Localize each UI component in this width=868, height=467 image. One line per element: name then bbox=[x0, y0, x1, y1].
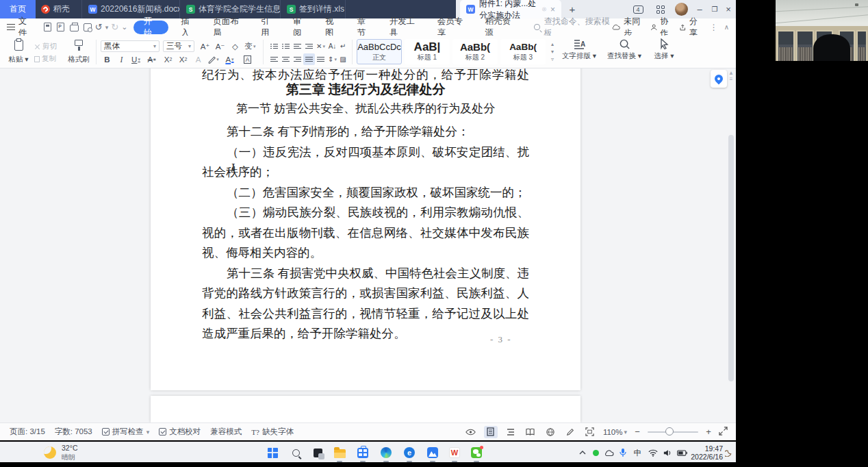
compat-mode-label[interactable]: 兼容模式 bbox=[210, 427, 242, 437]
zoom-out-button[interactable]: − bbox=[633, 427, 641, 437]
tray-cloud-icon[interactable] bbox=[602, 444, 616, 461]
font-size-combo[interactable]: 三号▾ bbox=[163, 40, 194, 52]
close-button[interactable]: × bbox=[722, 3, 735, 16]
ime-indicator[interactable]: 中 bbox=[631, 444, 643, 461]
numbered-list-button[interactable] bbox=[280, 40, 292, 52]
char-shading-button[interactable]: A bbox=[241, 53, 254, 65]
document-page-next[interactable] bbox=[151, 396, 580, 422]
paste-button[interactable]: 粘贴 ▾ bbox=[5, 38, 31, 66]
zoom-slider[interactable] bbox=[648, 431, 698, 433]
ink-pen-button[interactable] bbox=[563, 426, 577, 438]
align-center-button[interactable] bbox=[280, 53, 292, 65]
scrollbar-up-icon[interactable]: ▲≡ bbox=[728, 70, 734, 82]
sort-icon[interactable]: A↓ bbox=[327, 40, 338, 52]
undo-dropdown-icon[interactable]: ▾ bbox=[103, 24, 111, 31]
doc-proofing-button[interactable]: 文档校对 bbox=[159, 427, 201, 437]
superscript-button[interactable]: X2 bbox=[162, 53, 175, 65]
menu-home[interactable]: 开始 bbox=[133, 21, 168, 34]
weather-widget[interactable]: 32°C 晴朗 bbox=[44, 444, 77, 462]
styles-down-icon[interactable]: ▾ bbox=[551, 49, 554, 55]
distribute-button[interactable] bbox=[315, 53, 327, 65]
style-heading3[interactable]: AaBb( 标题 3 bbox=[500, 39, 546, 64]
menu-member[interactable]: 会员专享 bbox=[429, 18, 477, 36]
save-button[interactable] bbox=[42, 21, 53, 33]
taskbar-search-button[interactable] bbox=[288, 444, 304, 461]
align-right-button[interactable] bbox=[292, 53, 303, 65]
tray-wechat-status-icon[interactable] bbox=[590, 444, 601, 461]
more-options-icon[interactable]: ⋮ bbox=[709, 23, 719, 32]
menu-page-layout[interactable]: 页面布局 bbox=[205, 18, 253, 36]
store-app-button[interactable] bbox=[355, 444, 371, 461]
tray-microphone-icon[interactable] bbox=[617, 444, 629, 461]
justify-button[interactable] bbox=[303, 53, 315, 65]
document-canvas[interactable]: 纪行为、按本办法应给予任何一种处分的，给予开除学籍处分。 第三章 违纪行为及纪律… bbox=[0, 68, 736, 422]
avatar[interactable] bbox=[675, 3, 688, 16]
font-color-button[interactable]: A▾ bbox=[223, 53, 236, 65]
docs-app-button[interactable] bbox=[424, 444, 441, 461]
spell-check-toggle[interactable]: 拼写检查 ▾ bbox=[102, 427, 150, 437]
phonetic-guide-icon[interactable]: 变▾ bbox=[244, 40, 257, 52]
undo-button[interactable]: ↺ bbox=[94, 22, 103, 32]
menu-dev-tools[interactable]: 开发工具 bbox=[381, 18, 429, 36]
text-layout-tool[interactable]: A 文字排版 ▾ bbox=[559, 38, 600, 61]
style-heading2[interactable]: AaBb( 标题 2 bbox=[452, 39, 498, 64]
read-mode-button[interactable] bbox=[524, 426, 537, 438]
font-name-combo[interactable]: 黑体▾ bbox=[101, 40, 159, 52]
underline-button[interactable]: U▾ bbox=[129, 53, 142, 65]
find-replace-tool[interactable]: 查找替换 ▾ bbox=[604, 38, 645, 61]
paragraph-mark-icon[interactable]: ↵ bbox=[338, 40, 348, 52]
volume-icon[interactable] bbox=[661, 444, 674, 461]
restore-button[interactable]: ❐ bbox=[708, 3, 722, 16]
tab-list-button[interactable]: 4 bbox=[631, 3, 645, 16]
fullscreen-icon[interactable] bbox=[719, 427, 728, 437]
app-grid-button[interactable] bbox=[654, 3, 667, 16]
page-view-button[interactable] bbox=[484, 426, 498, 438]
battery-icon[interactable] bbox=[675, 444, 689, 461]
word-count[interactable]: 字数: 7053 bbox=[55, 427, 92, 437]
style-heading1[interactable]: AaB| 标题 1 bbox=[405, 39, 450, 64]
menu-review[interactable]: 审阅 bbox=[285, 18, 317, 36]
subscript-button[interactable]: X2 bbox=[177, 53, 190, 65]
asian-layout-icon[interactable]: ✕▾ bbox=[315, 40, 327, 52]
highlight-color-button[interactable]: ▾ bbox=[207, 53, 220, 65]
style-normal[interactable]: AaBbCcDc 正文 bbox=[357, 39, 402, 64]
edge-browser-button[interactable] bbox=[378, 444, 394, 461]
location-pin-card[interactable] bbox=[711, 70, 727, 88]
wechat-button[interactable] bbox=[468, 444, 485, 461]
ribbon-collapse-icon[interactable]: ⌄ bbox=[119, 23, 129, 31]
decrease-indent-button[interactable] bbox=[292, 40, 303, 52]
document-page[interactable]: 纪行为、按本办法应给予任何一种处分的，给予开除学籍处分。 第三章 违纪行为及纪律… bbox=[151, 68, 580, 390]
select-tool[interactable]: 选择 ▾ bbox=[649, 38, 679, 61]
styles-more-icon[interactable]: ▿ bbox=[551, 56, 554, 62]
tab-daoke[interactable]: 稻壳 bbox=[36, 0, 82, 18]
clear-format-icon[interactable]: ◇ bbox=[229, 40, 242, 52]
file-explorer-button[interactable] bbox=[331, 444, 348, 461]
collapse-ribbon-icon[interactable]: ∧ bbox=[724, 23, 729, 31]
start-button[interactable] bbox=[264, 444, 281, 461]
task-view-button[interactable] bbox=[309, 444, 326, 461]
tab-doc-news[interactable]: W 20220616新闻稿.docx bbox=[83, 0, 180, 18]
bullet-list-button[interactable] bbox=[268, 40, 280, 52]
align-left-button[interactable] bbox=[268, 53, 280, 65]
export-pdf-button[interactable] bbox=[55, 21, 66, 33]
zoom-level-button[interactable]: 110% ▾ bbox=[603, 428, 627, 436]
bold-button[interactable]: B bbox=[101, 53, 114, 65]
menu-references[interactable]: 引用 bbox=[253, 18, 285, 36]
print-button[interactable] bbox=[69, 21, 80, 33]
fit-page-icon[interactable] bbox=[583, 426, 597, 438]
redo-button[interactable]: ↻ bbox=[110, 22, 119, 32]
shading-button[interactable]: ▨ bbox=[338, 53, 348, 65]
new-tab-button[interactable]: + bbox=[565, 3, 579, 16]
eye-protect-icon[interactable] bbox=[464, 426, 478, 438]
increase-indent-button[interactable] bbox=[303, 40, 315, 52]
menu-insert[interactable]: 插入 bbox=[173, 18, 205, 36]
tray-expand-button[interactable] bbox=[576, 444, 589, 461]
copy-button[interactable]: 复制 bbox=[34, 54, 56, 64]
cut-button[interactable]: 剪切 bbox=[34, 42, 57, 51]
minimize-button[interactable]: – bbox=[693, 3, 706, 16]
zoom-in-button[interactable]: + bbox=[704, 427, 713, 437]
web-view-button[interactable] bbox=[544, 426, 557, 438]
decrease-font-icon[interactable]: A⁻ bbox=[214, 40, 227, 52]
clock[interactable]: 19:47 2022/6/16 bbox=[690, 444, 723, 462]
menu-daoke-resources[interactable]: 稻壳资源 bbox=[476, 18, 524, 36]
